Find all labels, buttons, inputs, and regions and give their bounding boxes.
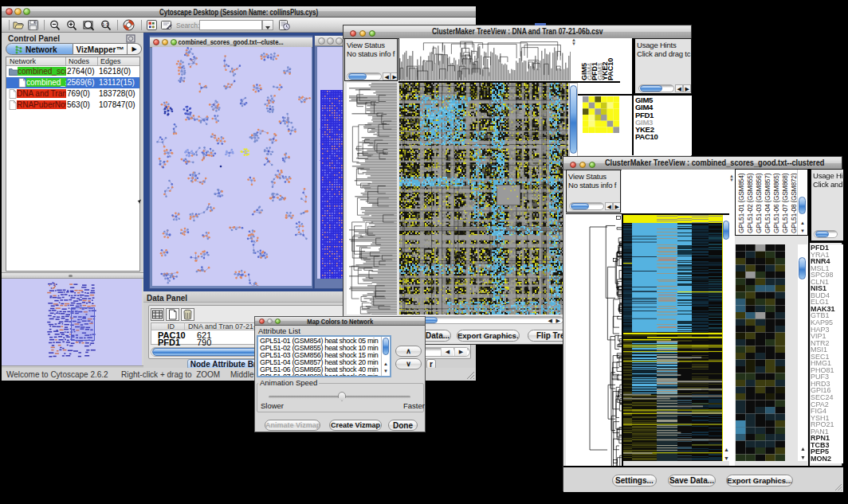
svg-text:1:1: 1:1 [102, 22, 108, 27]
